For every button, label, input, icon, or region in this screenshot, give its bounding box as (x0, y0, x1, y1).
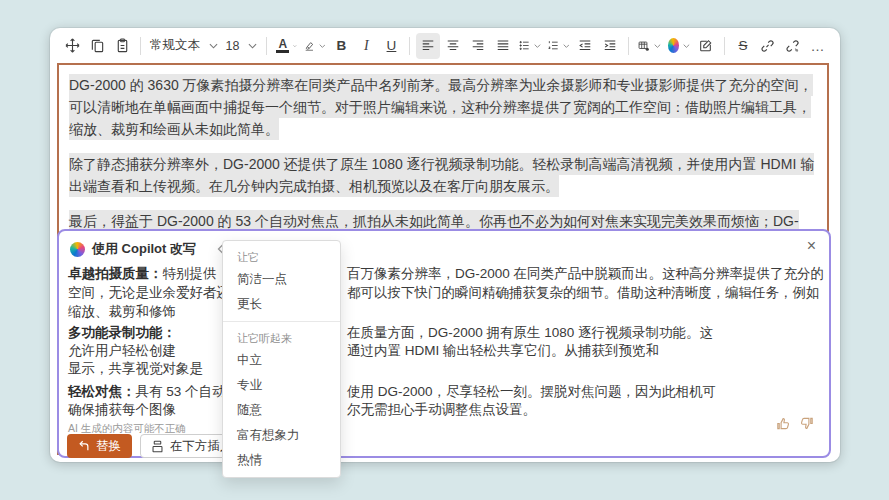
table-button[interactable] (635, 33, 663, 59)
align-left-icon (421, 39, 435, 52)
copilot-logo-icon (70, 242, 85, 257)
unlink-icon (785, 39, 800, 53)
document-paragraph: DG-2000 的 3630 万像素拍摄分辨率在同类产品中名列前茅。最高分辨率为… (69, 74, 817, 140)
strikethrough-label: S (738, 38, 747, 53)
underline-button[interactable]: U (379, 33, 403, 59)
copilot-panel-title: 使用 Copilot 改写 (92, 240, 196, 258)
copy-icon (90, 38, 105, 53)
style-dropdown-value: 常规文本 (150, 37, 200, 54)
align-right-icon (471, 39, 485, 52)
menu-item-professional[interactable]: 专业 (223, 373, 340, 398)
numbered-list-button[interactable] (545, 33, 572, 59)
insert-below-icon (151, 440, 164, 453)
rewrite-text-fragment: 允许用户轻松创建 (68, 342, 176, 360)
highlight-button[interactable] (301, 33, 328, 59)
toolbar-separator (409, 37, 410, 55)
chevron-down-icon (683, 43, 690, 49)
link-icon (760, 39, 775, 53)
menu-item-imaginative[interactable]: 富有想象力 (223, 423, 340, 448)
rewrite-text-fragment: 在质量方面，DG-2000 拥有原生 1080 逐行视频录制功能。这 (347, 324, 713, 342)
rewrite-text-fragment: 缩放、裁剪和修饰 (68, 303, 176, 321)
align-right-button[interactable] (466, 33, 490, 59)
rewrite-options-menu: 让它 简洁一点 更长 让它听起来 中立 专业 随意 富有想象力 热情 (222, 240, 341, 478)
feedback-buttons (775, 416, 815, 431)
formatting-toolbar: 常规文本 18 A B I U (50, 28, 840, 63)
unlink-button[interactable] (781, 33, 805, 59)
italic-label: I (364, 38, 369, 54)
table-icon (638, 39, 649, 53)
menu-divider (223, 321, 340, 322)
align-center-icon (446, 39, 460, 52)
chevron-down-icon (209, 43, 218, 49)
thumbs-up-icon[interactable] (775, 416, 790, 431)
document-paragraph: 除了静态捕获分辨率外，DG-2000 还提供了原生 1080 逐行视频录制功能。… (69, 153, 817, 197)
chevron-down-icon (563, 43, 570, 49)
decrease-indent-button[interactable] (573, 33, 597, 59)
italic-button[interactable]: I (354, 33, 378, 59)
replace-arrow-icon (78, 440, 90, 452)
rewrite-text-fragment: 使用 DG-2000，尽享轻松一刻。摆脱对焦问题，因为此相机可 (347, 383, 716, 401)
underline-label: U (387, 38, 397, 53)
bullet-list-icon (519, 39, 530, 52)
rewrite-text-fragment: 百万像素分辨率，DG-2000 在同类产品中脱颖而出。这种高分辨率提供了充分的 (347, 265, 824, 283)
copilot-rewrite-panel: 使用 Copilot 改写 1/3 × 卓越拍摄质量：特别提供 百万像素分辨率，… (57, 229, 831, 458)
rewrite-text-fragment: 都可以按下快门的瞬间精确捕获复杂的细节。借助这种清晰度，编辑任务，例如 (347, 284, 820, 302)
bold-button[interactable]: B (329, 33, 353, 59)
copilot-icon (668, 38, 679, 53)
close-icon[interactable]: × (807, 237, 816, 255)
paste-clipboard-icon (115, 38, 130, 53)
increase-indent-icon (603, 39, 617, 52)
highlighter-icon (304, 39, 315, 53)
replace-button[interactable]: 替换 (67, 434, 132, 458)
menu-item-neutral[interactable]: 中立 (223, 348, 340, 373)
increase-indent-button[interactable] (598, 33, 622, 59)
chevron-down-icon (534, 43, 541, 49)
chevron-down-icon (654, 43, 661, 49)
align-left-button[interactable] (416, 33, 440, 59)
menu-item-casual[interactable]: 随意 (223, 398, 340, 423)
font-size-dropdown[interactable]: 18 (222, 33, 260, 59)
menu-section-make-it-sound: 让它听起来 (223, 326, 340, 348)
style-dropdown[interactable]: 常规文本 (147, 33, 221, 59)
font-size-value: 18 (225, 39, 239, 53)
more-label: … (810, 38, 825, 54)
rewrite-text-fragment: 多功能录制功能： (68, 324, 176, 342)
rewrite-text-fragment: 通过内置 HDMI 输出轻松共享它们。从捕获到预览和 (347, 342, 659, 360)
replace-label: 替换 (96, 438, 121, 455)
thumbs-down-icon[interactable] (800, 416, 815, 431)
menu-item-more-concise[interactable]: 简洁一点 (223, 267, 340, 292)
more-options-button[interactable]: … (806, 33, 830, 59)
chevron-down-icon (248, 43, 257, 49)
numbered-list-icon (548, 39, 559, 52)
paste-button[interactable] (110, 33, 134, 59)
rewrite-text-fragment: 显示，共享视觉对象是 (68, 360, 203, 378)
rewrite-text-fragment: 尔无需担心手动调整焦点设置。 (347, 401, 536, 419)
rewrite-button[interactable] (694, 33, 718, 59)
copilot-button[interactable] (665, 33, 693, 59)
link-button[interactable] (756, 33, 780, 59)
move-icon (65, 38, 80, 53)
menu-item-longer[interactable]: 更长 (223, 292, 340, 317)
menu-section-make-it: 让它 (223, 245, 340, 267)
toolbar-separator (724, 37, 725, 55)
menu-item-enthusiastic[interactable]: 热情 (223, 448, 340, 473)
edit-pen-icon (698, 39, 713, 53)
copy-button[interactable] (85, 33, 109, 59)
font-color-icon: A (276, 39, 289, 53)
toolbar-separator (628, 37, 629, 55)
toolbar-separator (266, 37, 267, 55)
chevron-down-icon (319, 43, 326, 49)
word-window: 常规文本 18 A B I U (50, 28, 840, 462)
move-handle[interactable] (60, 33, 84, 59)
selected-text: DG-2000 的 3630 万像素拍摄分辨率在同类产品中名列前茅。最高分辨率为… (69, 74, 813, 140)
strikethrough-button[interactable]: S (731, 33, 755, 59)
decrease-indent-icon (578, 39, 592, 52)
font-color-button[interactable]: A (273, 33, 300, 59)
toolbar-separator (140, 37, 141, 55)
bullet-list-button[interactable] (516, 33, 543, 59)
bold-label: B (337, 38, 347, 53)
align-center-button[interactable] (441, 33, 465, 59)
rewrite-text-fragment: 确保捕获每个图像 (68, 401, 176, 419)
selected-text: 除了静态捕获分辨率外，DG-2000 还提供了原生 1080 逐行视频录制功能。… (69, 153, 814, 197)
justify-button[interactable] (491, 33, 515, 59)
